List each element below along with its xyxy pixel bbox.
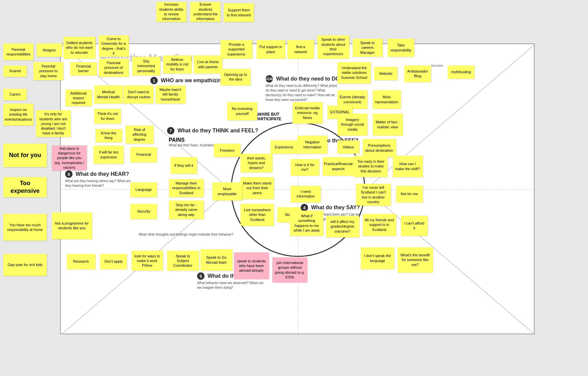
sticky-note-s35[interactable]: Re-inventing yourself: [227, 102, 257, 120]
sticky-note-s54[interactable]: How is it for me?: [291, 159, 319, 175]
sticky-note-s79[interactable]: look for ways to make it work P/time: [131, 251, 163, 271]
who-number-badge: 1: [150, 77, 158, 84]
sticky-note-s71[interactable]: Not a programme for students like you: [52, 212, 92, 239]
sticky-note-s33[interactable]: Inspect on existing life events/situatio…: [3, 104, 33, 125]
sticky-note-s72[interactable]: What if something happens to me while I …: [290, 211, 323, 236]
sticky-note-s8[interactable]: Scared: [3, 65, 27, 77]
empathy-map-canvas: Empathy Map Canvas 1 WHO are we empathiz…: [0, 0, 588, 376]
sticky-note-s73[interactable]: will it affect my grades/degree outcome?: [326, 216, 359, 237]
think-feel-number-badge: 7: [167, 127, 174, 134]
sticky-note-s59[interactable]: Too expensive: [3, 177, 47, 197]
sticky-note-s43[interactable]: Not for you: [3, 144, 47, 167]
sticky-note-s10[interactable]: Financial barrier: [70, 62, 97, 75]
sticky-note-s32[interactable]: Additional reason required: [65, 90, 92, 106]
sticky-note-s31[interactable]: Most representation: [373, 90, 401, 109]
sticky-note-s1[interactable]: Parental responsibilities: [3, 43, 33, 60]
think-feel-footer: What other thoughts and feelings might m…: [139, 232, 252, 237]
say-label: What do they SAY?: [311, 205, 360, 210]
sticky-note-s39[interactable]: Matter of fact - realistic view: [373, 114, 403, 135]
sticky-note-s67[interactable]: Stop too far - already came along way: [169, 201, 204, 219]
sticky-note-s38[interactable]: Imagery through social media: [337, 114, 368, 135]
sticky-note-s18[interactable]: Speak to other students about their expe…: [317, 35, 349, 58]
svg-line-3: [372, 195, 535, 335]
section-say-title: 4 What do they SAY?: [301, 204, 360, 211]
sticky-note-s68[interactable]: Live somewhere other than Scotland: [241, 204, 274, 226]
sticky-note-s51[interactable]: Presumptions about destination: [362, 139, 396, 157]
sticky-note-s6[interactable]: Ensure students understand the informati…: [190, 2, 220, 22]
sticky-note-s15[interactable]: Provide a supported experience: [220, 40, 252, 58]
sticky-note-s74[interactable]: All my friends and support is in Scotlan…: [362, 214, 396, 236]
sticky-note-s7[interactable]: Support them to find relevant: [224, 3, 254, 22]
sticky-note-s63[interactable]: I need information: [291, 185, 321, 202]
sticky-note-s29[interactable]: Maybe hasn't left family home/travel: [155, 85, 185, 104]
sticky-note-s24[interactable]: Ambassador Blog: [404, 65, 431, 82]
sticky-note-s75[interactable]: I can't afford it: [401, 216, 428, 236]
sticky-note-s57[interactable]: How can I make the shift?: [393, 155, 423, 177]
sticky-note-s23[interactable]: Website: [374, 67, 398, 80]
sticky-note-s19[interactable]: Speak to careers Manager: [352, 38, 383, 57]
sticky-note-s20[interactable]: Take responsibility: [388, 38, 414, 57]
sticky-note-s78[interactable]: Don't apply: [100, 254, 127, 269]
sticky-note-s36[interactable]: External media resource- eg News: [292, 102, 322, 124]
sticky-note-s27[interactable]: Medical Mental Health: [94, 85, 123, 104]
sticky-note-s28[interactable]: Don't want to disrupt routine: [124, 85, 154, 104]
sticky-note-s12[interactable]: Shy Introverted personality: [132, 57, 160, 75]
sticky-note-s41[interactable]: Know the thing: [95, 129, 122, 142]
sticky-note-s49[interactable]: Negative information: [297, 135, 327, 154]
sticky-note-s85[interactable]: What's the benefit for someone like me?: [398, 247, 433, 272]
sticky-note-s13[interactable]: Believe mobility is not for them: [163, 55, 191, 74]
sticky-note-s42[interactable]: Risk of affecting degree: [125, 125, 154, 144]
sticky-note-s25[interactable]: mythbusting: [448, 65, 474, 79]
sticky-note-s56[interactable]: Too early in their studies to make this …: [354, 155, 388, 177]
sticky-note-s61[interactable]: Language: [130, 182, 157, 197]
sticky-note-s44[interactable]: that place is dangerous for people like …: [52, 145, 87, 170]
hear-number-badge: 6: [65, 170, 72, 178]
goals-label: What do they need to DO?: [276, 76, 343, 82]
sticky-note-s70[interactable]: You have too much responsibility at home: [3, 214, 47, 241]
sticky-note-s17[interactable]: find a network: [287, 40, 314, 58]
sticky-note-s16[interactable]: Put support in place: [257, 40, 285, 58]
sticky-note-s50[interactable]: Videos: [337, 140, 359, 154]
sticky-note-s84[interactable]: I don't speak the language: [361, 247, 394, 269]
sticky-note-s26[interactable]: Carers: [3, 89, 27, 100]
sticky-note-s55[interactable]: Practical/financial aspects: [322, 157, 354, 175]
sticky-note-s3[interactable]: Settled students who do not want to relo…: [63, 37, 95, 58]
goals-subtitle: What do they need to do differently? Wha…: [266, 84, 339, 102]
hear-subtitle: What are they hearing others say? What a…: [65, 179, 132, 188]
sticky-note-s60[interactable]: Manage their responsibilities in Scotlan…: [169, 179, 204, 197]
sticky-note-s46[interactable]: Financial: [130, 147, 157, 162]
sticky-note-s45[interactable]: It will be too expensive: [94, 145, 124, 164]
sticky-note-s83[interactable]: join international groups without going …: [272, 257, 307, 282]
sticky-note-s52[interactable]: If they will it: [170, 157, 197, 174]
sticky-note-s62[interactable]: More employable: [212, 182, 242, 201]
say-number-badge: 4: [301, 204, 308, 211]
sticky-note-s58[interactable]: Make them stand out from their peers: [241, 177, 274, 199]
sticky-note-s65[interactable]: Not for me: [396, 185, 423, 202]
sticky-note-s64[interactable]: I've never left Scotland I can't live in…: [356, 184, 391, 206]
sticky-note-s5[interactable]: Increase students ability to review info…: [156, 2, 186, 22]
sticky-note-s9[interactable]: Parental pressure to stay home: [33, 62, 63, 80]
sticky-note-s21[interactable]: Opening up to the idea: [220, 69, 251, 85]
sticky-note-s47[interactable]: Freedom: [214, 144, 241, 157]
sticky-note-s82[interactable]: speak to students who have been abroad a…: [234, 252, 269, 279]
sticky-note-s81[interactable]: Speak to Go Abroad team: [200, 249, 232, 271]
sticky-note-s14[interactable]: Live at Home with parents: [194, 55, 222, 74]
section-goals-title: GOAL What do they need to DO?: [266, 75, 343, 83]
sticky-note-s11[interactable]: Parental pressure of destinations: [99, 58, 129, 77]
sticky-note-s40[interactable]: It's only for students who are young / a…: [36, 110, 71, 137]
sticky-note-s2[interactable]: Religion: [37, 43, 62, 57]
section-hear-title: 6 What do they HEAR?: [65, 170, 129, 178]
sticky-note-s48[interactable]: Experience: [271, 140, 297, 154]
sticky-note-s22[interactable]: Understand the viable solutions Summer S…: [337, 62, 371, 84]
sticky-note-s76[interactable]: Gap year for rich kids: [3, 254, 47, 276]
hear-label: What do they HEAR?: [76, 171, 129, 177]
sticky-note-s80[interactable]: Speak to Subject Coordinator: [167, 251, 199, 271]
do-number-badge: 5: [197, 272, 204, 280]
sticky-note-s66[interactable]: Security: [130, 204, 157, 219]
think-feel-label: What do they THINK and FEEL?: [177, 128, 258, 133]
goals-title: GOAL What do they need to DO?: [266, 76, 343, 81]
sticky-note-s53[interactable]: their wants, hopes and dreams?: [241, 154, 272, 172]
sticky-note-s77[interactable]: Research: [67, 254, 95, 269]
sticky-note-s4[interactable]: Come to University for a degree - that's…: [99, 35, 129, 57]
sticky-note-s34[interactable]: Think it's not for them: [94, 109, 121, 124]
